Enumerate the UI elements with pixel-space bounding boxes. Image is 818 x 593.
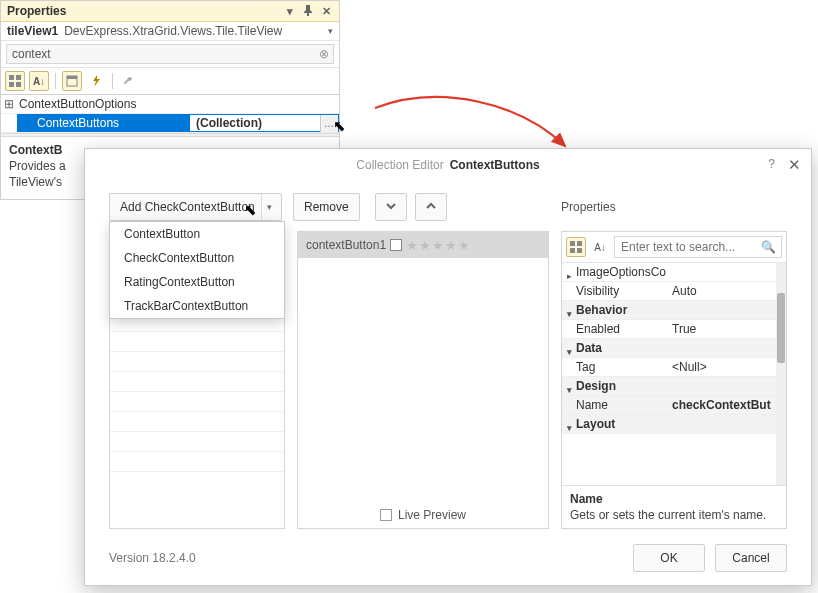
property-row[interactable]: EnabledTrue [562,320,786,339]
property-value: (Collection) [196,115,262,132]
properties-header: Properties [561,193,787,221]
property-search: ⊗ [1,41,339,68]
categorized-button[interactable] [566,237,586,257]
preview-item: contextButton1 ★★★★★ [298,232,548,258]
preview-box: contextButton1 ★★★★★ Live Preview [297,231,549,529]
dropdown-item[interactable]: CheckContextButton [110,246,284,270]
property-row[interactable]: ▸ImageOptionsCol [562,263,786,282]
checkbox-icon[interactable] [380,509,392,521]
list-item [110,372,284,392]
property-row-contextbuttons[interactable]: ContextButtons (Collection) … [1,114,339,133]
list-item [110,452,284,472]
list-item [110,412,284,432]
alphabetical-button[interactable]: A↓ [29,71,49,91]
dropdown-item[interactable]: TrackBarContextButton [110,294,284,318]
svg-rect-2 [9,82,14,87]
category-row[interactable]: ▾Behavior [562,301,786,320]
object-type: DevExpress.XtraGrid.Views.Tile.TileView [64,24,282,38]
dropdown-item[interactable]: ContextButton [110,222,284,246]
svg-rect-3 [16,82,21,87]
property-toolbar: A↓ [1,68,339,95]
close-icon[interactable]: ✕ [788,156,801,174]
property-row[interactable]: VisibilityAuto [562,282,786,301]
property-row-parent[interactable]: ⊞ ContextButtonOptions [1,95,339,114]
cancel-button[interactable]: Cancel [715,544,787,572]
ellipsis-button[interactable]: … [320,115,338,132]
help-icon[interactable]: ? [768,157,775,171]
pin-icon[interactable] [301,5,315,18]
category-row[interactable]: ▾Layout [562,415,786,434]
list-item [110,332,284,352]
add-dropdown: ContextButtonCheckContextButtonRatingCon… [109,221,285,319]
svg-rect-0 [9,75,14,80]
property-row[interactable]: Tag<Null> [562,358,786,377]
properties-titlebar: Properties ▾ ✕ [1,1,339,22]
collection-editor-dialog: Collection Editor ContextButtons ? ✕ Add… [84,148,812,586]
property-grid: ⊞ ContextButtonOptions ContextButtons (C… [1,95,339,133]
search-icon: 🔍 [761,240,776,254]
preview-column: contextButton1 ★★★★★ Live Preview [297,193,549,529]
version-label: Version 18.2.4.0 [109,551,196,565]
categorized-button[interactable] [5,71,25,91]
properties-title: Properties [7,4,66,18]
properties-column: Properties A↓ 🔍 ▸ImageOptionsCol Visibil… [561,193,787,529]
svg-rect-8 [570,248,575,253]
svg-rect-5 [67,76,77,79]
search-input[interactable] [6,44,334,64]
expand-icon[interactable]: ⊞ [1,95,17,113]
add-button[interactable]: Add CheckContextButton ▾ [109,193,282,221]
svg-rect-7 [577,241,582,246]
live-preview-toggle[interactable]: Live Preview [298,502,548,528]
svg-rect-6 [570,241,575,246]
close-icon[interactable]: ✕ [319,5,333,18]
svg-rect-1 [16,75,21,80]
property-search-input[interactable] [614,236,782,258]
dialog-footer: Version 18.2.4.0 OK Cancel [85,529,811,585]
property-help: Name Gets or sets the current item's nam… [562,485,786,528]
events-button[interactable] [86,71,106,91]
dropdown-icon[interactable]: ▾ [283,5,297,18]
dropdown-item[interactable]: RatingContextButton [110,270,284,294]
dialog-titlebar: Collection Editor ContextButtons ? ✕ [85,149,811,181]
checkbox-icon [390,239,402,251]
chevron-down-icon[interactable]: ▾ [261,194,277,220]
category-row[interactable]: ▾Design [562,377,786,396]
scrollbar[interactable] [776,263,786,485]
inner-property-grid: ▸ImageOptionsCol VisibilityAuto ▾Behavio… [562,263,786,485]
list-item [110,432,284,452]
object-selector[interactable]: tileView1 DevExpress.XtraGrid.Views.Tile… [1,22,339,41]
property-row-selected[interactable]: NamecheckContextBut [562,396,786,415]
property-pages-button[interactable] [62,71,82,91]
chevron-down-icon: ▾ [328,26,333,36]
list-item [110,392,284,412]
rating-stars-icon: ★★★★★ [406,238,471,253]
svg-rect-9 [577,248,582,253]
remove-button[interactable]: Remove [293,193,360,221]
property-toolbar: A↓ 🔍 [562,232,786,263]
ok-button[interactable]: OK [633,544,705,572]
clear-search-icon[interactable]: ⊗ [319,47,329,61]
category-row[interactable]: ▾Data [562,339,786,358]
list-item [110,352,284,372]
object-name: tileView1 [7,24,58,38]
alphabetical-button[interactable]: A↓ [590,237,610,257]
move-down-button[interactable] [375,193,407,221]
move-up-button[interactable] [415,193,447,221]
wrench-icon[interactable] [119,71,139,91]
